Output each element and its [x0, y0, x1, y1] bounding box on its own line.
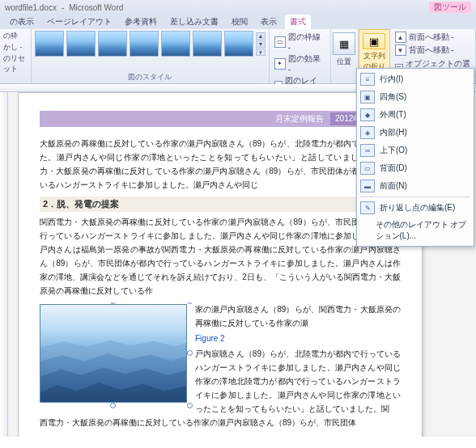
- menu-separator: [360, 197, 470, 197]
- wrap-inline-icon: ≡: [360, 73, 375, 86]
- heading-2[interactable]: 2．脱、発電の提案: [40, 197, 401, 212]
- picture-effects-button[interactable]: ✦図の効果 -: [273, 53, 327, 74]
- effects-icon: ✦: [274, 58, 286, 70]
- ribbon-tabs: の表示 ページレイアウト 参考資料 差し込み文書 校閲 表示 書式: [0, 15, 476, 29]
- wrap-through[interactable]: ◈内部(H): [357, 124, 474, 142]
- app-name: Microsoft Word: [69, 3, 123, 12]
- preset-row1[interactable]: の枠: [3, 31, 28, 41]
- style-thumb-1[interactable]: [35, 31, 64, 57]
- send-backward-icon: ▼: [395, 44, 406, 56]
- wrap-more-options[interactable]: その他のレイアウト オプション(L)...: [357, 217, 474, 244]
- paragraph-2[interactable]: 関西電力・大飯原発の再稼働に反対している作家の瀬戸内寂聴さん（89）らが、市民団…: [40, 215, 401, 298]
- group-presets-label: [3, 82, 28, 83]
- tab-references[interactable]: 参考資料: [120, 15, 162, 29]
- border-icon: ▭: [274, 36, 286, 48]
- preset-row2[interactable]: かし -: [3, 42, 28, 53]
- wrap-edit-points[interactable]: ✎折り返し点の編集(E): [357, 199, 474, 217]
- paragraph-1[interactable]: 大飯原発の再稼働に反対している作家の瀬戸内寂聴さん（89）らが、北陸電力が都内で…: [40, 137, 401, 192]
- tab-view[interactable]: 表示: [256, 15, 282, 29]
- wrap-behind[interactable]: ▭背面(D): [357, 159, 474, 177]
- gallery-down-icon[interactable]: ▼: [256, 40, 266, 48]
- wrap-behind-icon: ▭: [360, 162, 375, 175]
- style-thumb-4[interactable]: [130, 31, 159, 57]
- tab-page-layout[interactable]: ページレイアウト: [42, 15, 117, 29]
- wrap-tight-icon: ◆: [360, 108, 375, 121]
- position-label: 位置: [337, 57, 351, 67]
- doc-header: 月末定例報告 2012年5月12日: [40, 111, 401, 127]
- group-picture-styles: ▲ ▼ ▾ 図のスタイル: [32, 29, 270, 83]
- group-position: ▦ 位置: [331, 29, 359, 83]
- group-picture-border: ▭図の枠線 - ✦図の効果 - ▦図のレイアウト -: [270, 29, 331, 83]
- bring-forward-button[interactable]: ▲前面へ移動 -: [393, 31, 473, 44]
- wrap-front-icon: ▬: [360, 180, 375, 192]
- inserted-picture[interactable]: [40, 304, 187, 403]
- send-backward-button[interactable]: ▼背面へ移動 -: [393, 44, 473, 57]
- style-thumb-5[interactable]: [161, 31, 190, 57]
- position-icon: ▦: [339, 38, 349, 50]
- wrap-icon: ▣: [369, 36, 379, 48]
- style-thumb-3[interactable]: [98, 31, 127, 57]
- vertical-ruler[interactable]: [0, 92, 8, 437]
- position-button[interactable]: ▦: [333, 32, 355, 55]
- wrap-square[interactable]: ▣四角(S): [357, 88, 474, 106]
- group-style-label: 図のスタイル: [35, 71, 266, 83]
- handle-bc[interactable]: [110, 403, 116, 408]
- wrap-square-icon: ▣: [360, 91, 375, 104]
- tab-review[interactable]: 校閲: [227, 15, 253, 29]
- wrap-tight[interactable]: ◆外周(T): [357, 106, 474, 124]
- wrap-text-button[interactable]: ▣: [363, 33, 385, 49]
- style-thumb-7[interactable]: [224, 31, 253, 57]
- paragraph-4[interactable]: 西電力・大飯原発の再稼働に反対している作家の瀬戸内寂聴さん（89）らが、市民団体: [40, 416, 401, 429]
- style-thumb-6[interactable]: [193, 31, 222, 57]
- doc-name: wordfile1.docx: [5, 3, 57, 12]
- title-bar: wordfile1.docx - Microsoft Word 図ツール: [0, 0, 476, 15]
- picture-border-button[interactable]: ▭図の枠線 -: [273, 31, 327, 53]
- wrap-inline[interactable]: ≡行内(I): [357, 70, 474, 88]
- group-presets: の枠 かし - のリセット: [0, 29, 32, 83]
- style-thumb-2[interactable]: [66, 31, 96, 57]
- preset-row3[interactable]: のリセット: [3, 53, 28, 74]
- tab-mailings[interactable]: 差し込み文書: [165, 15, 223, 29]
- edit-points-icon: ✎: [360, 201, 375, 214]
- wrap-topbottom[interactable]: ═上下(O): [357, 142, 474, 159]
- tab-fragment[interactable]: の表示: [5, 15, 39, 29]
- tab-format[interactable]: 書式: [285, 15, 311, 29]
- doc-header-label: 月末定例報告: [275, 113, 324, 125]
- wrap-text-menu: ≡行内(I) ▣四角(S) ◆外周(T) ◈内部(H) ═上下(O) ▭背面(D…: [356, 68, 474, 247]
- handle-br[interactable]: [187, 403, 193, 408]
- handle-mr[interactable]: [187, 350, 193, 356]
- wrap-topbottom-icon: ═: [360, 144, 375, 157]
- wrap-through-icon: ◈: [360, 126, 375, 139]
- handle-tc[interactable]: [110, 302, 116, 304]
- gallery-more-icon[interactable]: ▾: [256, 49, 266, 56]
- bring-forward-icon: ▲: [395, 32, 406, 43]
- gallery-up-icon[interactable]: ▲: [256, 32, 266, 40]
- wrap-front[interactable]: ▬前面(N): [357, 177, 474, 195]
- contextual-tab-label: 図ツール: [429, 2, 471, 13]
